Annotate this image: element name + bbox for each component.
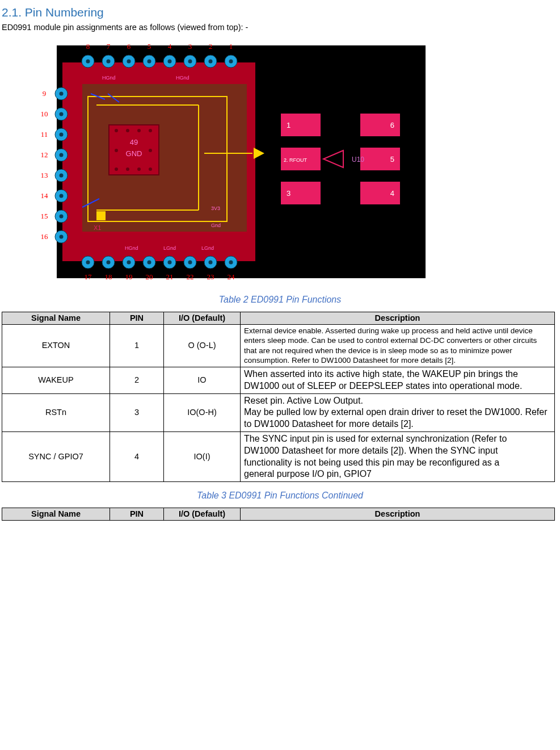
- svg-text:49: 49: [130, 138, 138, 146]
- svg-text:LGnd: LGnd: [201, 245, 214, 251]
- svg-point-52: [60, 153, 64, 157]
- svg-point-76: [148, 261, 151, 265]
- svg-point-70: [107, 261, 111, 265]
- svg-point-46: [60, 112, 64, 116]
- svg-point-31: [168, 60, 172, 64]
- svg-point-79: [168, 261, 172, 265]
- intro-text: ED0991 module pin assignments are as fol…: [2, 22, 560, 33]
- svg-point-10: [115, 149, 118, 152]
- svg-text:8: 8: [86, 42, 90, 51]
- svg-text:24: 24: [228, 273, 235, 281]
- svg-text:3: 3: [287, 189, 290, 198]
- table-cell: IO(O-H): [164, 393, 241, 431]
- svg-point-19: [86, 60, 90, 64]
- table-row: EXTON1O (O-L)External device enable. Ass…: [2, 324, 555, 367]
- svg-point-55: [60, 174, 64, 178]
- svg-text:5: 5: [390, 155, 394, 164]
- svg-text:6: 6: [127, 42, 131, 51]
- table3-caption: Table 3 ED0991 Pin Functions Continued: [0, 490, 560, 502]
- svg-point-40: [229, 60, 233, 64]
- svg-text:2.  RFOUT: 2. RFOUT: [284, 157, 308, 163]
- th-desc: Description: [241, 508, 555, 520]
- svg-text:Gnd: Gnd: [211, 223, 221, 228]
- svg-point-88: [229, 261, 233, 265]
- svg-text:6: 6: [390, 121, 394, 129]
- svg-text:20: 20: [146, 273, 153, 281]
- table-cell: WAKEUP: [2, 367, 110, 393]
- th-signal: Signal Name: [2, 312, 110, 324]
- th-pin: PIN: [110, 312, 164, 324]
- svg-text:13: 13: [41, 171, 48, 179]
- svg-point-73: [127, 261, 131, 265]
- table-cell: IO: [164, 367, 241, 393]
- svg-text:12: 12: [41, 150, 48, 159]
- table-header-row: Signal Name PIN I/O (Default) Descriptio…: [2, 312, 555, 324]
- svg-point-11: [149, 149, 152, 152]
- svg-point-8: [137, 129, 141, 132]
- svg-text:9: 9: [43, 89, 47, 98]
- svg-text:14: 14: [41, 191, 49, 200]
- svg-text:21: 21: [166, 273, 174, 281]
- svg-text:HGnd: HGnd: [125, 245, 138, 251]
- svg-text:3V3: 3V3: [211, 206, 220, 211]
- svg-point-22: [107, 60, 111, 64]
- description-cell: When asserted into its active high state…: [241, 367, 555, 393]
- th-pin: PIN: [110, 508, 164, 520]
- svg-point-12: [115, 167, 118, 171]
- svg-text:HGnd: HGnd: [176, 75, 190, 81]
- svg-point-25: [127, 60, 131, 64]
- description-cell: Reset pin. Active Low Output.May be pull…: [241, 393, 555, 431]
- svg-text:7: 7: [107, 42, 111, 51]
- table-header-row: Signal Name PIN I/O (Default) Descriptio…: [2, 508, 555, 520]
- svg-text:1: 1: [229, 42, 233, 51]
- svg-text:4: 4: [168, 42, 172, 51]
- table-row: RSTn3IO(O-H)Reset pin. Active Low Output…: [2, 393, 555, 431]
- table-row: WAKEUP2IOWhen asserted into its active h…: [2, 367, 555, 393]
- table-cell: 3: [110, 393, 164, 431]
- svg-text:4: 4: [390, 189, 394, 198]
- table-cell: EXTON: [2, 324, 110, 367]
- svg-text:LGnd: LGnd: [163, 245, 176, 251]
- svg-text:23: 23: [207, 273, 214, 281]
- pcb-svg: 49 GND 87654321 910111213141516 17181920…: [28, 40, 426, 284]
- svg-point-37: [209, 60, 213, 64]
- svg-point-15: [149, 167, 152, 171]
- th-signal: Signal Name: [2, 508, 110, 520]
- svg-text:10: 10: [41, 110, 48, 118]
- svg-text:18: 18: [105, 273, 112, 281]
- svg-text:22: 22: [187, 273, 194, 281]
- table-cell: 2: [110, 367, 164, 393]
- svg-text:19: 19: [125, 273, 133, 281]
- svg-point-14: [137, 167, 141, 171]
- svg-point-43: [60, 92, 64, 96]
- table-cell: IO(I): [164, 431, 241, 481]
- table-cell: 1: [110, 324, 164, 367]
- svg-text:GND: GND: [126, 149, 142, 158]
- pin-function-table-3: Signal Name PIN I/O (Default) Descriptio…: [2, 508, 555, 521]
- table-cell: RSTn: [2, 393, 110, 431]
- svg-point-13: [126, 167, 129, 171]
- svg-text:2: 2: [209, 42, 213, 51]
- table2-caption: Table 2 ED0991 Pin Functions: [0, 294, 560, 306]
- section-heading: 2.1. Pin Numbering: [2, 5, 560, 20]
- description-cell: The SYNC input pin is used for external …: [241, 431, 555, 481]
- svg-text:17: 17: [85, 273, 92, 281]
- svg-text:HGnd: HGnd: [102, 75, 116, 81]
- svg-text:15: 15: [41, 212, 48, 220]
- description-cell: External device enable. Asserted during …: [241, 324, 555, 367]
- th-io: I/O (Default): [164, 312, 241, 324]
- th-desc: Description: [241, 312, 555, 324]
- table-row: SYNC / GPIO74IO(I)The SYNC input pin is …: [2, 431, 555, 481]
- svg-text:1: 1: [287, 121, 290, 129]
- pin-function-table-2: Signal Name PIN I/O (Default) Descriptio…: [2, 312, 555, 482]
- svg-point-67: [86, 261, 90, 265]
- svg-text:16: 16: [41, 232, 49, 241]
- svg-point-85: [209, 261, 213, 265]
- module-figure: 49 GND 87654321 910111213141516 17181920…: [28, 40, 560, 284]
- svg-point-6: [115, 129, 118, 132]
- table-cell: O (O-L): [164, 324, 241, 367]
- th-io: I/O (Default): [164, 508, 241, 520]
- svg-text:11: 11: [41, 130, 48, 139]
- svg-text:U10: U10: [352, 156, 364, 164]
- table-cell: SYNC / GPIO7: [2, 431, 110, 481]
